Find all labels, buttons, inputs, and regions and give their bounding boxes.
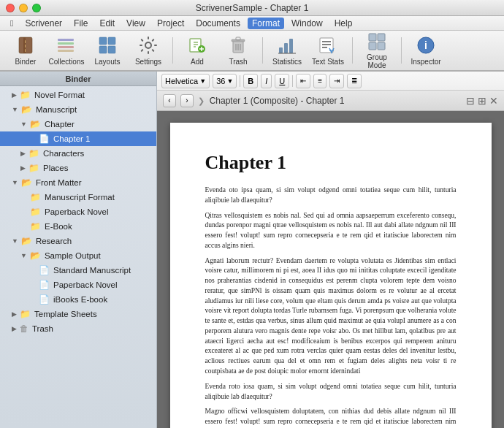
label-paperback-r: Paperback Novel (53, 280, 118, 289)
separator-1 (172, 37, 173, 64)
folder-icon-sample-output: 📂 (30, 251, 41, 261)
binder-item-places[interactable]: 📁 Places (0, 161, 156, 175)
minimize-button[interactable] (19, 4, 28, 12)
triangle-paperback-fm (20, 208, 27, 215)
bold-button[interactable]: B (243, 74, 258, 88)
font-size-select[interactable]: 36 ▼ (213, 74, 237, 88)
menu-window[interactable]: Window (287, 18, 327, 29)
textstats-button[interactable]: Text Stats (308, 33, 348, 68)
menu-file[interactable]: File (69, 18, 92, 29)
svg-rect-47 (378, 42, 385, 50)
groupmode-label: Group Mode (357, 53, 397, 69)
menu-project[interactable]: Project (153, 18, 188, 29)
triangle-chapter1 (29, 135, 36, 142)
binder-content[interactable]: 📁 Novel Format 📂 Manuscript 📂 Chapter 📄 … (0, 86, 156, 428)
binder-item-trash[interactable]: 🗑 Trash (0, 321, 156, 336)
trash-button[interactable]: Trash (218, 33, 258, 68)
svg-rect-12 (108, 46, 115, 53)
epub-icon-ibooks: 📄 (39, 294, 50, 305)
binder-item-front-matter[interactable]: 📂 Front Matter (0, 175, 156, 190)
align-right-button[interactable]: ⇥ (329, 74, 344, 88)
close-editor-icon[interactable]: ✕ (489, 95, 498, 107)
binder-item-paperback-r[interactable]: 📄 Paperback Novel (0, 278, 156, 292)
folder-icon-ms-format: 📁 (30, 192, 41, 202)
document-page: Chapter 1 Evenda oto ipsa quam, si sim v… (170, 123, 492, 428)
add-button[interactable]: Add (177, 33, 217, 68)
binder-item-novel-format[interactable]: 📁 Novel Format (0, 88, 156, 102)
menubar:  Scrivener File Edit View Project Docum… (0, 16, 504, 31)
separator-4 (401, 37, 402, 64)
triangle-characters (20, 150, 26, 157)
binder-item-paperback-fm[interactable]: 📁 Paperback Novel (0, 205, 156, 219)
split-horizontal-icon[interactable]: ⊞ (478, 95, 486, 107)
folder-icon-paperback-fm: 📁 (30, 207, 41, 217)
split-vertical-icon[interactable]: ⊟ (466, 95, 475, 107)
inspector-button[interactable]: i Inspector (406, 33, 446, 68)
window-title: ScrivenerSample - Chapter 1 (196, 3, 309, 13)
triangle-manuscript (12, 106, 18, 113)
label-paperback-fm: Paperback Novel (45, 207, 109, 216)
maximize-button[interactable] (32, 4, 41, 12)
menu-documents[interactable]: Documents (191, 18, 245, 29)
binder-item-standard-ms[interactable]: 📄 Standard Manuscript (0, 263, 156, 278)
binder-item-manuscript-format[interactable]: 📁 Manuscript Format (0, 190, 156, 205)
settings-button[interactable]: Settings (129, 33, 168, 68)
binder-item-research[interactable]: 📂 Research (0, 234, 156, 248)
menu-format[interactable]: Format (248, 18, 284, 29)
titlebar: ScrivenerSample - Chapter 1 (0, 0, 504, 16)
settings-label: Settings (135, 58, 161, 66)
triangle-trash (12, 325, 17, 332)
nav-back-button[interactable]: ‹ (163, 94, 176, 107)
menu-apple[interactable]:  (6, 18, 18, 29)
binder-item-chapter-folder[interactable]: 📂 Chapter (0, 117, 156, 131)
menu-help[interactable]: Help (330, 18, 357, 29)
font-size-value: 36 (216, 77, 225, 85)
label-trash: Trash (32, 324, 53, 333)
svg-rect-2 (25, 40, 26, 43)
layouts-button[interactable]: Layouts (88, 33, 127, 68)
editor-header-icons: ⊟ ⊞ ✕ (466, 95, 498, 107)
trash-icon-binder: 🗑 (20, 324, 28, 334)
binder-item-template-sheets[interactable]: 📁 Template Sheets (0, 307, 156, 321)
triangle-template-sheets (12, 310, 17, 318)
triangle-sample-output (20, 252, 27, 259)
binder-item-chapter1[interactable]: 📄 Chapter 1 (0, 131, 156, 146)
svg-rect-36 (284, 43, 288, 53)
document-scroll-area[interactable]: Chapter 1 Evenda oto ipsa quam, si sim v… (157, 111, 504, 428)
menu-edit[interactable]: Edit (95, 18, 119, 29)
binder-item-ibooks[interactable]: 📄 iBooks E-book (0, 292, 156, 307)
align-left-button[interactable]: ⇤ (296, 74, 310, 88)
binder-button[interactable]: Binder (6, 33, 45, 68)
svg-point-13 (145, 42, 151, 48)
italic-button[interactable]: I (261, 74, 272, 88)
font-family-select[interactable]: Helvetica ▼ (161, 74, 210, 88)
binder-item-ebook[interactable]: 📁 E-Book (0, 219, 156, 234)
paragraph: Agnati laborum rectutr? Evendam daertem … (205, 256, 457, 377)
binder-item-sample-output[interactable]: 📂 Sample Output (0, 248, 156, 263)
binder-item-manuscript[interactable]: 📂 Manuscript (0, 102, 156, 117)
underline-button[interactable]: U (275, 74, 289, 88)
toolbar: Binder Collections Layouts (0, 31, 504, 72)
binder-item-characters[interactable]: 📁 Characters (0, 146, 156, 161)
collections-button[interactable]: Collections (47, 33, 86, 68)
triangle-novel-format (12, 91, 17, 99)
menu-scrivener[interactable]: Scrivener (20, 18, 66, 29)
nav-forward-button[interactable]: › (180, 94, 194, 107)
triangle-places (20, 164, 26, 172)
chapter1-title: Chapter 1 (205, 152, 457, 174)
close-button[interactable] (6, 4, 15, 12)
svg-rect-44 (369, 34, 376, 41)
svg-rect-10 (108, 37, 115, 45)
menu-view[interactable]: View (122, 18, 150, 29)
align-justify-button[interactable]: ≣ (347, 74, 362, 88)
binder-panel: Binder 📁 Novel Format 📂 Manuscript 📂 Cha… (0, 72, 157, 428)
label-research: Research (36, 237, 72, 245)
svg-rect-35 (279, 47, 283, 53)
statistics-button[interactable]: Statistics (267, 33, 307, 68)
label-front-matter: Front Matter (36, 178, 82, 187)
main-area: Binder 📁 Novel Format 📂 Manuscript 📂 Cha… (0, 72, 504, 428)
svg-rect-19 (151, 39, 154, 42)
align-center-button[interactable]: ≡ (313, 74, 327, 88)
groupmode-button[interactable]: Group Mode (357, 33, 397, 68)
svg-text:i: i (424, 39, 427, 51)
